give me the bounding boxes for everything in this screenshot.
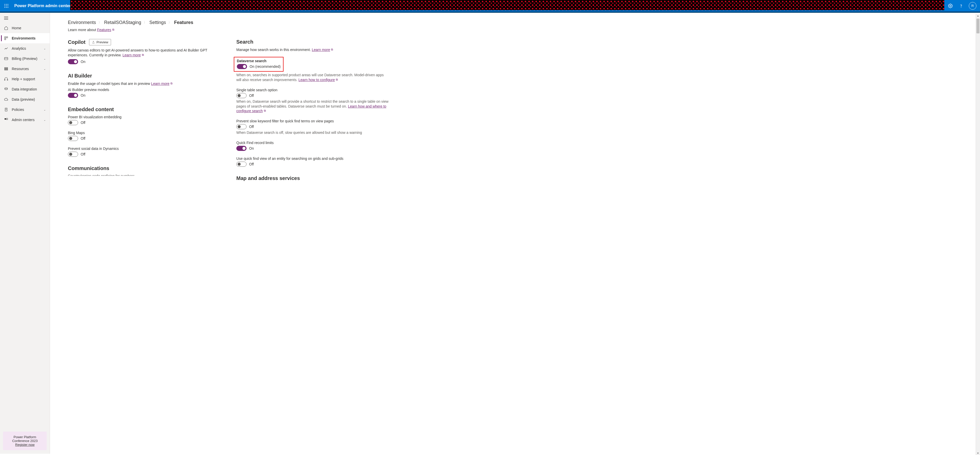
sidebar-item-billing[interactable]: Billing (Preview) ⌄ <box>0 54 50 64</box>
copilot-learn-more-link[interactable]: Learn more <box>123 53 141 57</box>
bingmaps-toggle-label: Off <box>81 136 85 140</box>
single-table-toggle[interactable] <box>236 93 247 98</box>
bingmaps-label: Bing Maps <box>68 131 221 135</box>
chevron-down-icon: ⌄ <box>44 108 46 111</box>
chevron-right-icon: 〉 <box>99 21 102 25</box>
breadcrumb: Environments 〉 RetailSOAStaging 〉 Settin… <box>68 20 980 25</box>
slow-filter-help: When Dataverse search is off, slow queri… <box>236 130 390 135</box>
learn-more-line: Learn more about Features⧉ <box>68 28 980 32</box>
sidebar-item-resources[interactable]: Resources ⌄ <box>0 64 50 74</box>
breadcrumb-environments[interactable]: Environments <box>68 20 96 25</box>
aibuilder-preview-toggle[interactable] <box>68 93 78 98</box>
nav-collapse-button[interactable] <box>0 13 50 23</box>
header-artwork <box>70 0 944 10</box>
copilot-title-text: Copilot <box>68 39 86 45</box>
aibuilder-toggle-label: On <box>81 93 86 97</box>
learn-more-prefix: Learn more about <box>68 28 97 32</box>
vertical-scrollbar[interactable]: ▲ ▼ <box>976 14 980 454</box>
breadcrumb-settings[interactable]: Settings <box>149 20 166 25</box>
sidebar-item-home[interactable]: Home <box>0 23 50 33</box>
external-link-icon: ⧉ <box>331 48 333 51</box>
search-description: Manage how search works in this environm… <box>236 48 390 52</box>
svg-rect-19 <box>5 68 8 68</box>
powerbi-label: Power BI visualization embedding <box>68 115 221 119</box>
section-aibuilder-title: AI Builder <box>68 73 221 79</box>
sidebar-item-label: Admin centers <box>12 118 35 122</box>
svg-point-3 <box>4 5 5 6</box>
home-icon <box>4 26 8 30</box>
single-table-help: When on, Dataverse search will provide a… <box>236 99 390 114</box>
svg-rect-21 <box>5 70 8 70</box>
sidebar-item-help-support[interactable]: Help + support <box>0 74 50 84</box>
svg-point-0 <box>4 4 5 5</box>
left-column: Copilot Preview Allow canvas editors to … <box>68 39 221 184</box>
svg-point-7 <box>6 7 6 8</box>
help-icon[interactable] <box>958 3 964 9</box>
slow-filter-label: Prevent slow keyword filter for quick fi… <box>236 119 390 123</box>
sidebar-item-label: Data integration <box>12 87 37 91</box>
scroll-thumb[interactable] <box>977 19 980 33</box>
sidebar-item-admin-centers[interactable]: Admin centers ⌄ <box>0 115 50 125</box>
section-communications-title: Communications <box>68 165 221 171</box>
copilot-toggle-label: On <box>81 60 86 64</box>
app-launcher[interactable] <box>0 0 13 12</box>
sidebar-item-data-integration[interactable]: Data integration <box>0 84 50 94</box>
learn-more-features-link[interactable]: Features <box>97 28 111 32</box>
left-nav: Home Environments Analytics ⌄ Billing (P… <box>0 13 50 454</box>
section-map-title: Map and address services <box>236 175 390 181</box>
sidebar-item-label: Environments <box>12 36 35 40</box>
powerbi-toggle-label: Off <box>81 120 85 125</box>
dataverse-highlight: Dataverse search On (recommended) <box>234 57 283 71</box>
search-learn-more-link[interactable]: Learn more <box>312 48 330 52</box>
slow-filter-toggle[interactable] <box>236 124 247 129</box>
bingmaps-toggle[interactable] <box>68 136 78 141</box>
scroll-down-icon: ▼ <box>976 452 980 454</box>
dataverse-search-toggle[interactable] <box>237 64 247 69</box>
svg-point-1 <box>6 4 6 5</box>
svg-point-4 <box>6 5 6 6</box>
sidebar-item-policies[interactable]: Policies ⌄ <box>0 105 50 115</box>
copilot-toggle[interactable] <box>68 59 78 64</box>
section-search-title: Search <box>236 39 390 45</box>
scroll-up-icon: ▲ <box>976 14 980 17</box>
sidebar-item-label: Billing (Preview) <box>12 57 37 61</box>
preview-badge: Preview <box>89 39 111 45</box>
svg-point-9 <box>950 5 951 6</box>
prevent-social-toggle[interactable] <box>68 152 78 157</box>
svg-rect-29 <box>6 118 8 120</box>
quickfind-limits-toggle[interactable] <box>236 146 247 151</box>
promo-register-link[interactable]: Register now <box>15 443 35 447</box>
sidebar-item-label: Resources <box>12 67 29 71</box>
svg-rect-20 <box>5 68 8 69</box>
svg-rect-17 <box>4 57 8 60</box>
dataverse-toggle-label: On (recommended) <box>250 65 280 68</box>
svg-rect-23 <box>7 79 8 80</box>
chevron-down-icon: ⌄ <box>44 119 46 121</box>
sidebar-item-analytics[interactable]: Analytics ⌄ <box>0 43 50 54</box>
analytics-icon <box>4 46 8 51</box>
svg-point-6 <box>4 7 5 8</box>
right-column: Search Manage how search works in this e… <box>236 39 390 184</box>
sidebar-item-data-preview[interactable]: Data (preview) <box>0 94 50 105</box>
conference-promo: Power Platform Conference 2023 Register … <box>3 431 47 450</box>
aibuilder-field-label: AI Builder preview models <box>68 88 221 92</box>
sidebar-item-environments[interactable]: Environments <box>0 33 50 43</box>
svg-rect-15 <box>6 37 8 38</box>
settings-icon[interactable] <box>947 3 953 9</box>
breadcrumb-environment-name[interactable]: RetailSOAStaging <box>104 20 141 25</box>
communications-cut-text: Country/region code prefixing for number… <box>68 174 221 176</box>
svg-rect-16 <box>5 38 6 40</box>
user-avatar[interactable]: R <box>969 2 977 10</box>
search-desc-text: Manage how search works in this environm… <box>236 48 312 52</box>
dataverse-configure-link[interactable]: Learn how to configure <box>299 78 335 82</box>
external-link-icon: ⧉ <box>170 82 172 86</box>
external-link-icon: ⧉ <box>112 28 115 31</box>
aibuilder-learn-more-link[interactable]: Learn more <box>151 82 169 86</box>
quickfind-view-toggle[interactable] <box>236 162 247 167</box>
aibuilder-description: Enable the usage of model types that are… <box>68 81 221 86</box>
product-name[interactable]: Power Platform admin center <box>13 3 71 8</box>
svg-point-24 <box>5 88 8 89</box>
section-embedded-title: Embedded content <box>68 106 221 113</box>
svg-point-2 <box>7 4 8 5</box>
powerbi-toggle[interactable] <box>68 120 78 125</box>
